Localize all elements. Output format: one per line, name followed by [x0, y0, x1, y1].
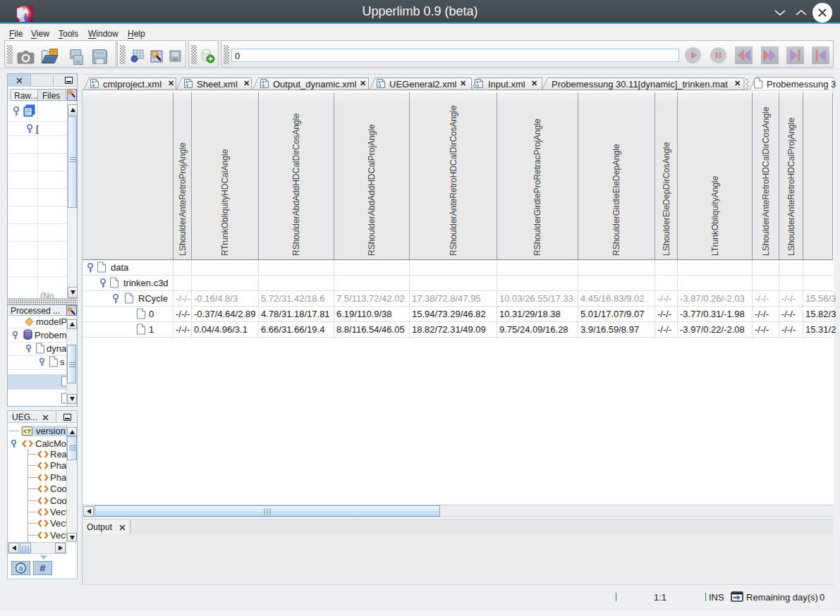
svg-text:a: a	[18, 564, 23, 572]
svg-text:<?: <?	[23, 428, 31, 435]
svg-text:#: #	[39, 562, 46, 574]
